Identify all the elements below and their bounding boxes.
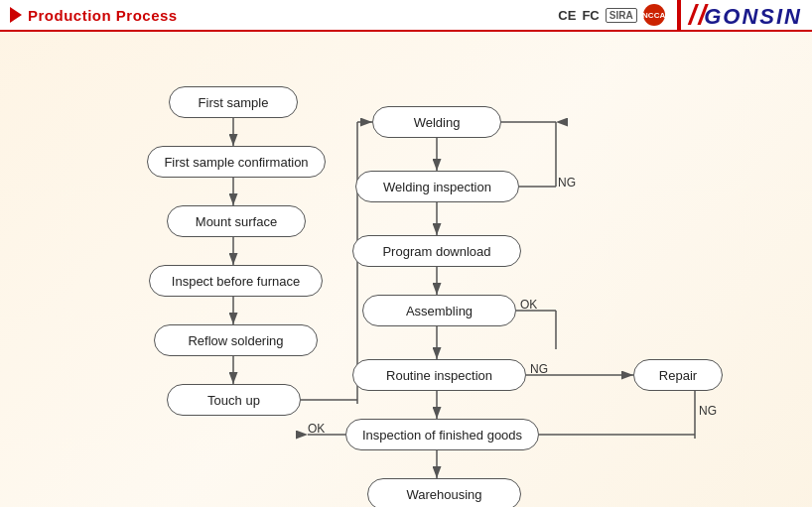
box-touch-up: Touch up: [167, 384, 301, 416]
box-weld-inspect: Welding inspection: [355, 171, 519, 202]
header-left: Production Process: [10, 7, 178, 24]
box-prog-download: Program download: [352, 235, 521, 267]
page-title: Production Process: [28, 7, 178, 24]
page-header: Production Process CE FC SIRA NCCA //GON…: [0, 0, 812, 32]
header-right: CE FC SIRA NCCA //GONSIN: [558, 0, 802, 31]
box-repair: Repair: [633, 359, 723, 391]
cert-sira: SIRA: [606, 8, 637, 23]
box-assembling: Assembling: [362, 295, 516, 326]
triangle-icon: [10, 7, 22, 23]
box-warehouse: Warehousing: [367, 478, 521, 507]
brand-logo: //GONSIN: [677, 0, 802, 31]
box-finished-goods: Inspection of finished goods: [345, 419, 539, 450]
label-ok-2: OK: [308, 422, 325, 436]
box-mount-surface: Mount surface: [167, 205, 306, 237]
box-routine-inspection: Routine inspection: [352, 359, 526, 391]
cert-ce: CE: [558, 8, 576, 23]
box-first-confirm: First sample confirmation: [147, 146, 326, 178]
label-ok-1: OK: [520, 298, 537, 312]
label-ng-3: NG: [699, 404, 717, 418]
main-content: First sample First sample confirmation M…: [0, 32, 812, 507]
label-ng-2: NG: [530, 362, 548, 376]
box-inspect-furnace: Inspect before furnace: [149, 265, 323, 297]
label-ng-1: NG: [558, 176, 576, 190]
cert-fc: FC: [582, 8, 599, 23]
box-first-sample: First sample: [169, 86, 298, 118]
cert-logos: CE FC SIRA NCCA: [558, 4, 664, 26]
cert-ncca: NCCA: [643, 4, 665, 26]
box-reflow: Reflow soldering: [154, 324, 318, 356]
box-welding: Welding: [372, 106, 501, 138]
